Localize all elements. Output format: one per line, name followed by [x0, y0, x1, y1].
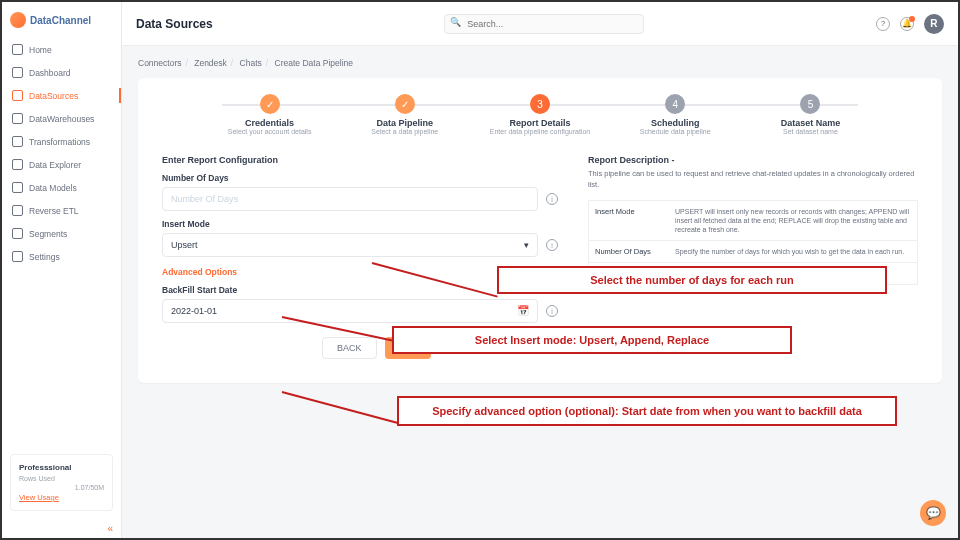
annotation-3: Specify advanced option (optional): Star…: [397, 396, 897, 426]
annotation-2: Select Insert mode: Upsert, Append, Repl…: [392, 326, 792, 354]
chat-fab[interactable]: 💬: [920, 500, 946, 526]
sidebar-item-reverseetl[interactable]: Reverse ETL: [2, 199, 121, 222]
info-icon[interactable]: i: [546, 239, 558, 251]
brand-name: DataChannel: [30, 15, 91, 26]
breadcrumb: Connectors/ Zendesk/ Chats/ Create Data …: [138, 58, 942, 68]
content: Connectors/ Zendesk/ Chats/ Create Data …: [122, 46, 958, 538]
step-reportdetails[interactable]: 3Report DetailsEnter data pipeline confi…: [472, 94, 607, 135]
home-icon: [12, 44, 23, 55]
etl-icon: [12, 205, 23, 216]
backfill-date-input[interactable]: 2022-01-01 📅: [162, 299, 538, 323]
desc-text: This pipeline can be used to request and…: [588, 169, 918, 190]
view-usage-link[interactable]: View Usage: [19, 493, 59, 502]
sidebar-item-dataexplorer[interactable]: Data Explorer: [2, 153, 121, 176]
form-section-title: Enter Report Configuration: [162, 155, 558, 165]
step-credentials[interactable]: ✓CredentialsSelect your account details: [202, 94, 337, 135]
sidebar-item-segments[interactable]: Segments: [2, 222, 121, 245]
stepper: ✓CredentialsSelect your account details …: [202, 94, 878, 135]
days-label: Number Of Days: [162, 173, 558, 183]
desc-title: Report Description -: [588, 155, 918, 165]
plan-name: Professsional: [19, 463, 104, 472]
sidebar-item-transformations[interactable]: Transformations: [2, 130, 121, 153]
transform-icon: [12, 136, 23, 147]
sidebar-item-datamodels[interactable]: Data Models: [2, 176, 121, 199]
plan-rows-label: Rows Used: [19, 475, 104, 482]
logo-icon: [10, 12, 26, 28]
mode-label: Insert Mode: [162, 219, 558, 229]
warehouse-icon: [12, 113, 23, 124]
segments-icon: [12, 228, 23, 239]
dashboard-icon: [12, 67, 23, 78]
calendar-icon: 📅: [517, 305, 529, 316]
page-title: Data Sources: [136, 17, 213, 31]
back-button[interactable]: BACK: [322, 337, 377, 359]
info-icon[interactable]: i: [546, 305, 558, 317]
help-icon[interactable]: ?: [876, 17, 890, 31]
info-icon[interactable]: i: [546, 193, 558, 205]
brand-logo[interactable]: DataChannel: [2, 2, 121, 38]
search-icon: 🔍: [450, 17, 461, 27]
top-icons: ? 🔔 R: [876, 14, 944, 34]
sidebar: DataChannel Home Dashboard DataSources D…: [2, 2, 122, 538]
search-box: 🔍: [444, 13, 644, 34]
plan-box: Professsional Rows Used 1.07/50M View Us…: [10, 454, 113, 511]
avatar[interactable]: R: [924, 14, 944, 34]
sidebar-nav: Home Dashboard DataSources DataWarehouse…: [2, 38, 121, 446]
step-scheduling: 4SchedulingSchedule data pipeline: [608, 94, 743, 135]
step-datasetname: 5Dataset NameSet dataset name: [743, 94, 878, 135]
chevron-down-icon: ▾: [524, 240, 529, 250]
sidebar-item-dashboard[interactable]: Dashboard: [2, 61, 121, 84]
bell-icon[interactable]: 🔔: [900, 17, 914, 31]
number-of-days-input[interactable]: [162, 187, 538, 211]
topbar: Data Sources 🔍 ? 🔔 R: [122, 2, 958, 46]
plan-rows: 1.07/50M: [19, 484, 104, 491]
collapse-sidebar[interactable]: «: [2, 519, 121, 538]
settings-icon: [12, 251, 23, 262]
datasources-icon: [12, 90, 23, 101]
insert-mode-select[interactable]: Upsert ▾: [162, 233, 538, 257]
search-input[interactable]: [444, 14, 644, 34]
annotation-1: Select the number of days for each run: [497, 266, 887, 294]
sidebar-item-datasources[interactable]: DataSources: [2, 84, 121, 107]
sidebar-item-home[interactable]: Home: [2, 38, 121, 61]
main: Data Sources 🔍 ? 🔔 R Connectors/ Zendesk…: [122, 2, 958, 538]
step-datapipeline[interactable]: ✓Data PipelineSelect a data pipeline: [337, 94, 472, 135]
models-icon: [12, 182, 23, 193]
explorer-icon: [12, 159, 23, 170]
annotation-line: [282, 391, 398, 424]
sidebar-item-datawarehouses[interactable]: DataWarehouses: [2, 107, 121, 130]
sidebar-item-settings[interactable]: Settings: [2, 245, 121, 268]
